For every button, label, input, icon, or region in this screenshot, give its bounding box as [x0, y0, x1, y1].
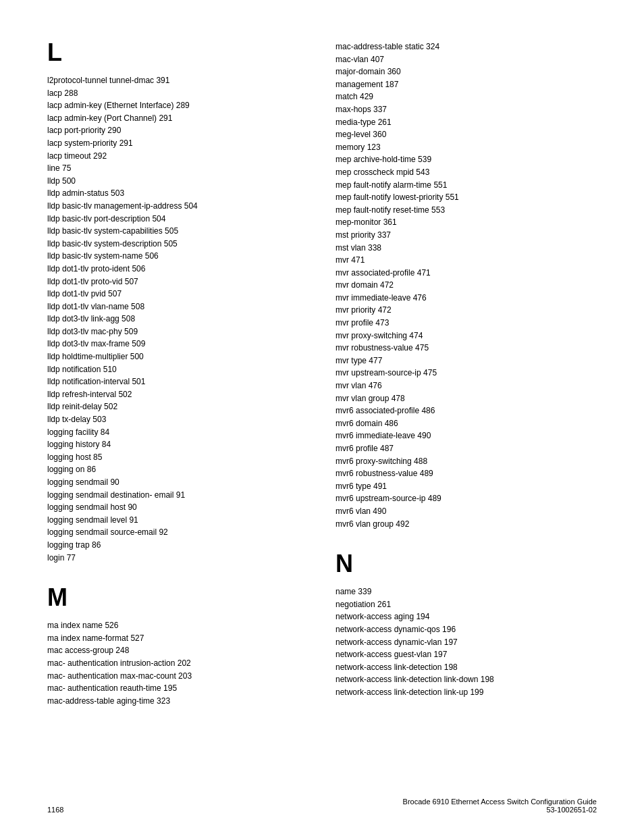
list-item: mac-address-table static 324 [336, 41, 597, 53]
list-item: lacp admin-key (Ethernet Interface) 289 [47, 99, 308, 112]
list-item: name 339 [336, 585, 597, 598]
list-item: lldp 500 [47, 175, 308, 188]
list-item: mep fault-notify alarm-time 551 [336, 179, 597, 192]
list-item: logging facility 84 [47, 426, 308, 439]
section-M-left: M ma index name 526ma index name-format … [47, 585, 308, 707]
list-item: mvr domain 472 [336, 279, 597, 292]
list-item: network-access aging 194 [336, 610, 597, 623]
list-item: mvr6 upstream-source-ip 489 [336, 492, 597, 505]
list-item: max-hops 337 [336, 103, 597, 116]
list-item: ma index name-format 527 [47, 632, 308, 645]
list-item: lldp dot3-tlv max-frame 509 [47, 338, 308, 350]
list-item: lldp dot3-tlv mac-phy 509 [47, 325, 308, 338]
list-item: network-access link-detection link-down … [336, 673, 597, 686]
list-item: ma index name 526 [47, 619, 308, 632]
list-item: lldp dot3-tlv link-agg 508 [47, 313, 308, 325]
section-letter-M: M [47, 585, 308, 610]
list-item: lldp basic-tlv management-ip-address 504 [47, 200, 308, 213]
list-item: logging sendmail level 91 [47, 514, 308, 527]
list-item: mep-monitor 361 [336, 216, 597, 229]
list-item: lldp notification 510 [47, 363, 308, 376]
section-N: N name 339negotiation 261network-access … [336, 552, 597, 698]
list-item: match 429 [336, 90, 597, 103]
M-right-entries: mac-address-table static 324mac-vlan 407… [336, 41, 597, 530]
L-entries: l2protocol-tunnel tunnel-dmac 391lacp 28… [47, 74, 308, 564]
list-item: lldp dot1-tlv proto-ident 506 [47, 263, 308, 276]
list-item: meg-level 360 [336, 128, 597, 141]
footer-title-line2: 53-1002651-02 [403, 806, 597, 814]
list-item: lldp admin-status 503 [47, 187, 308, 200]
list-item: lldp basic-tlv port-description 504 [47, 213, 308, 226]
list-item: logging sendmail 90 [47, 476, 308, 489]
footer-page-number: 1168 [47, 806, 63, 814]
list-item: lldp dot1-tlv vlan-name 508 [47, 301, 308, 313]
list-item: mvr upstream-source-ip 475 [336, 367, 597, 380]
list-item: lldp tx-delay 503 [47, 413, 308, 426]
list-item: mvr profile 473 [336, 317, 597, 330]
list-item: line 75 [47, 162, 308, 175]
section-letter-L: L [47, 41, 308, 65]
list-item: mvr immediate-leave 476 [336, 292, 597, 305]
list-item: media-type 261 [336, 116, 597, 129]
list-item: lldp reinit-delay 502 [47, 400, 308, 413]
list-item: mvr proxy-switching 474 [336, 330, 597, 342]
list-item: lldp notification-interval 501 [47, 375, 308, 388]
list-item: mvr vlan group 478 [336, 392, 597, 405]
list-item: lldp basic-tlv system-name 506 [47, 250, 308, 263]
list-item: lldp dot1-tlv pvid 507 [47, 288, 308, 301]
footer-title: Brocade 6910 Ethernet Access Switch Conf… [403, 798, 597, 814]
footer: 1168 Brocade 6910 Ethernet Access Switch… [47, 798, 597, 814]
list-item: network-access guest-vlan 197 [336, 648, 597, 661]
list-item: mvr 471 [336, 254, 597, 267]
list-item: lacp 288 [47, 87, 308, 100]
list-item: lacp timeout 292 [47, 150, 308, 163]
section-letter-N: N [336, 552, 597, 576]
section-L: L l2protocol-tunnel tunnel-dmac 391lacp … [47, 41, 308, 564]
list-item: mvr6 type 491 [336, 480, 597, 493]
list-item: mvr vlan 476 [336, 380, 597, 392]
list-item: login 77 [47, 552, 308, 565]
main-content: L l2protocol-tunnel tunnel-dmac 391lacp … [47, 41, 597, 727]
list-item: lacp system-priority 291 [47, 137, 308, 150]
list-item: mvr6 associated-profile 486 [336, 405, 597, 417]
list-item: mvr6 proxy-switching 488 [336, 455, 597, 468]
list-item: mac- authentication intrusion-action 202 [47, 657, 308, 670]
list-item: mvr priority 472 [336, 304, 597, 317]
list-item: mvr6 domain 486 [336, 417, 597, 430]
list-item: mvr6 robustness-value 489 [336, 467, 597, 480]
list-item: l2protocol-tunnel tunnel-dmac 391 [47, 74, 308, 87]
list-item: management 187 [336, 78, 597, 91]
page: L l2protocol-tunnel tunnel-dmac 391lacp … [0, 0, 644, 834]
list-item: mac- authentication max-mac-count 203 [47, 670, 308, 683]
footer-title-line1: Brocade 6910 Ethernet Access Switch Conf… [403, 798, 597, 806]
list-item: lacp admin-key (Port Channel) 291 [47, 112, 308, 125]
list-item: mvr6 vlan 490 [336, 505, 597, 518]
list-item: mep archive-hold-time 539 [336, 153, 597, 166]
N-entries: name 339negotiation 261network-access ag… [336, 585, 597, 698]
list-item: mvr6 vlan group 492 [336, 518, 597, 531]
list-item: mst vlan 338 [336, 242, 597, 255]
list-item: mvr6 immediate-leave 490 [336, 429, 597, 442]
list-item: lldp refresh-interval 502 [47, 388, 308, 401]
list-item: mvr6 profile 487 [336, 442, 597, 455]
list-item: logging sendmail host 90 [47, 501, 308, 514]
list-item: network-access dynamic-qos 196 [336, 623, 597, 636]
list-item: logging history 84 [47, 438, 308, 451]
list-item: mep crosscheck mpid 543 [336, 166, 597, 179]
list-item: mac access-group 248 [47, 644, 308, 657]
M-left-entries: ma index name 526ma index name-format 52… [47, 619, 308, 707]
list-item: mst priority 337 [336, 229, 597, 242]
list-item: memory 123 [336, 141, 597, 154]
right-column: mac-address-table static 324mac-vlan 407… [336, 41, 597, 727]
list-item: lldp holdtime-multiplier 500 [47, 350, 308, 363]
list-item: major-domain 360 [336, 66, 597, 78]
list-item: mac-vlan 407 [336, 53, 597, 66]
list-item: logging on 86 [47, 463, 308, 476]
list-item: logging trap 86 [47, 539, 308, 552]
list-item: logging sendmail source-email 92 [47, 526, 308, 539]
list-item: logging sendmail destination- email 91 [47, 489, 308, 502]
section-M-right: mac-address-table static 324mac-vlan 407… [336, 41, 597, 530]
list-item: network-access link-detection link-up 19… [336, 686, 597, 699]
list-item: mvr robustness-value 475 [336, 342, 597, 355]
list-item: mac-address-table aging-time 323 [47, 695, 308, 708]
